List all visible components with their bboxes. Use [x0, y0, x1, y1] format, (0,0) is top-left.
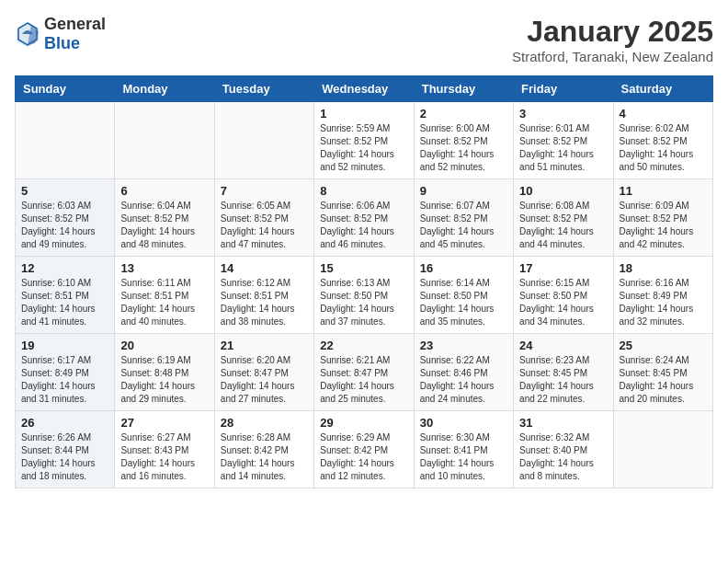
day-number: 18 — [620, 261, 707, 275]
table-row: 31Sunrise: 6:32 AMSunset: 8:40 PMDayligh… — [514, 411, 613, 488]
day-info: Sunrise: 6:21 AMSunset: 8:47 PMDaylight:… — [320, 354, 407, 406]
logo: General Blue — [15, 15, 106, 53]
day-info: Sunrise: 6:02 AMSunset: 8:52 PMDaylight:… — [620, 122, 707, 174]
day-info: Sunrise: 6:23 AMSunset: 8:45 PMDaylight:… — [519, 354, 607, 406]
table-row: 2Sunrise: 6:00 AMSunset: 8:52 PMDaylight… — [414, 102, 513, 179]
title-block: January 2025 Stratford, Taranaki, New Ze… — [512, 15, 713, 64]
table-row — [16, 102, 115, 179]
table-row: 26Sunrise: 6:26 AMSunset: 8:44 PMDayligh… — [16, 411, 115, 488]
day-number: 16 — [420, 261, 507, 275]
logo-general: General — [44, 15, 106, 33]
day-number: 14 — [221, 261, 308, 275]
day-info: Sunrise: 6:22 AMSunset: 8:46 PMDaylight:… — [420, 354, 507, 406]
day-info: Sunrise: 5:59 AMSunset: 8:52 PMDaylight:… — [320, 122, 407, 174]
col-sunday: Sunday — [16, 76, 115, 102]
day-number: 7 — [221, 184, 308, 198]
table-row: 16Sunrise: 6:14 AMSunset: 8:50 PMDayligh… — [414, 257, 513, 334]
table-row — [214, 102, 313, 179]
table-row: 21Sunrise: 6:20 AMSunset: 8:47 PMDayligh… — [214, 334, 313, 411]
day-number: 26 — [21, 416, 108, 430]
month-title: January 2025 — [512, 15, 713, 49]
calendar-week-4: 19Sunrise: 6:17 AMSunset: 8:49 PMDayligh… — [16, 334, 713, 411]
calendar-header-row: Sunday Monday Tuesday Wednesday Thursday… — [16, 76, 713, 102]
table-row: 8Sunrise: 6:06 AMSunset: 8:52 PMDaylight… — [314, 179, 414, 257]
calendar-week-1: 1Sunrise: 5:59 AMSunset: 8:52 PMDaylight… — [16, 102, 713, 179]
day-number: 21 — [221, 339, 308, 352]
logo-icon — [15, 21, 40, 47]
col-friday: Friday — [514, 76, 613, 102]
col-thursday: Thursday — [414, 76, 513, 102]
day-number: 22 — [320, 339, 407, 352]
day-info: Sunrise: 6:15 AMSunset: 8:50 PMDaylight:… — [519, 277, 607, 328]
table-row: 9Sunrise: 6:07 AMSunset: 8:52 PMDaylight… — [414, 179, 513, 257]
table-row: 1Sunrise: 5:59 AMSunset: 8:52 PMDaylight… — [314, 102, 414, 179]
day-info: Sunrise: 6:04 AMSunset: 8:52 PMDaylight:… — [120, 200, 208, 251]
day-number: 31 — [519, 416, 607, 430]
calendar-week-5: 26Sunrise: 6:26 AMSunset: 8:44 PMDayligh… — [16, 411, 713, 488]
day-number: 20 — [120, 339, 208, 352]
table-row — [613, 411, 712, 488]
day-info: Sunrise: 6:08 AMSunset: 8:52 PMDaylight:… — [519, 200, 607, 251]
day-info: Sunrise: 6:07 AMSunset: 8:52 PMDaylight:… — [420, 200, 507, 251]
day-info: Sunrise: 6:29 AMSunset: 8:42 PMDaylight:… — [320, 431, 407, 483]
table-row: 29Sunrise: 6:29 AMSunset: 8:42 PMDayligh… — [314, 411, 414, 488]
table-row: 7Sunrise: 6:05 AMSunset: 8:52 PMDaylight… — [214, 179, 313, 257]
logo-text: General Blue — [44, 15, 106, 53]
table-row: 18Sunrise: 6:16 AMSunset: 8:49 PMDayligh… — [613, 257, 712, 334]
day-number: 19 — [21, 339, 108, 352]
table-row: 30Sunrise: 6:30 AMSunset: 8:41 PMDayligh… — [414, 411, 513, 488]
day-number: 27 — [120, 416, 208, 430]
day-number: 5 — [21, 184, 108, 198]
day-info: Sunrise: 6:28 AMSunset: 8:42 PMDaylight:… — [221, 431, 308, 483]
table-row: 19Sunrise: 6:17 AMSunset: 8:49 PMDayligh… — [16, 334, 115, 411]
day-number: 13 — [120, 261, 208, 275]
table-row: 22Sunrise: 6:21 AMSunset: 8:47 PMDayligh… — [314, 334, 414, 411]
day-number: 17 — [519, 261, 607, 275]
table-row — [115, 102, 214, 179]
table-row: 14Sunrise: 6:12 AMSunset: 8:51 PMDayligh… — [214, 257, 313, 334]
day-number: 15 — [320, 261, 407, 275]
page-header: General Blue January 2025 Stratford, Tar… — [15, 15, 713, 64]
table-row: 13Sunrise: 6:11 AMSunset: 8:51 PMDayligh… — [115, 257, 214, 334]
day-number: 6 — [120, 184, 208, 198]
table-row: 20Sunrise: 6:19 AMSunset: 8:48 PMDayligh… — [115, 334, 214, 411]
day-number: 29 — [320, 416, 407, 430]
day-number: 11 — [620, 184, 707, 198]
day-info: Sunrise: 6:03 AMSunset: 8:52 PMDaylight:… — [21, 200, 108, 251]
logo-blue: Blue — [44, 34, 80, 52]
day-info: Sunrise: 6:14 AMSunset: 8:50 PMDaylight:… — [420, 277, 507, 328]
table-row: 12Sunrise: 6:10 AMSunset: 8:51 PMDayligh… — [16, 257, 115, 334]
day-info: Sunrise: 6:27 AMSunset: 8:43 PMDaylight:… — [120, 431, 208, 483]
table-row: 4Sunrise: 6:02 AMSunset: 8:52 PMDaylight… — [613, 102, 712, 179]
day-info: Sunrise: 6:09 AMSunset: 8:52 PMDaylight:… — [620, 200, 707, 251]
day-info: Sunrise: 6:10 AMSunset: 8:51 PMDaylight:… — [21, 277, 108, 328]
location-subtitle: Stratford, Taranaki, New Zealand — [512, 49, 713, 64]
day-info: Sunrise: 6:11 AMSunset: 8:51 PMDaylight:… — [120, 277, 208, 328]
day-number: 8 — [320, 184, 407, 198]
calendar-week-2: 5Sunrise: 6:03 AMSunset: 8:52 PMDaylight… — [16, 179, 713, 257]
day-info: Sunrise: 6:01 AMSunset: 8:52 PMDaylight:… — [519, 122, 607, 174]
day-info: Sunrise: 6:05 AMSunset: 8:52 PMDaylight:… — [221, 200, 308, 251]
col-wednesday: Wednesday — [314, 76, 414, 102]
table-row: 25Sunrise: 6:24 AMSunset: 8:45 PMDayligh… — [613, 334, 712, 411]
table-row: 10Sunrise: 6:08 AMSunset: 8:52 PMDayligh… — [514, 179, 613, 257]
calendar-week-3: 12Sunrise: 6:10 AMSunset: 8:51 PMDayligh… — [16, 257, 713, 334]
day-info: Sunrise: 6:13 AMSunset: 8:50 PMDaylight:… — [320, 277, 407, 328]
day-info: Sunrise: 6:16 AMSunset: 8:49 PMDaylight:… — [620, 277, 707, 328]
col-saturday: Saturday — [613, 76, 712, 102]
day-number: 23 — [420, 339, 507, 352]
table-row: 3Sunrise: 6:01 AMSunset: 8:52 PMDaylight… — [514, 102, 613, 179]
day-number: 10 — [519, 184, 607, 198]
day-number: 25 — [620, 339, 707, 352]
day-info: Sunrise: 6:26 AMSunset: 8:44 PMDaylight:… — [21, 431, 108, 483]
day-number: 28 — [221, 416, 308, 430]
day-info: Sunrise: 6:12 AMSunset: 8:51 PMDaylight:… — [221, 277, 308, 328]
day-number: 2 — [420, 107, 507, 121]
day-number: 1 — [320, 107, 407, 121]
table-row: 6Sunrise: 6:04 AMSunset: 8:52 PMDaylight… — [115, 179, 214, 257]
day-number: 12 — [21, 261, 108, 275]
day-info: Sunrise: 6:30 AMSunset: 8:41 PMDaylight:… — [420, 431, 507, 483]
day-info: Sunrise: 6:19 AMSunset: 8:48 PMDaylight:… — [120, 354, 208, 406]
day-number: 30 — [420, 416, 507, 430]
col-monday: Monday — [115, 76, 214, 102]
